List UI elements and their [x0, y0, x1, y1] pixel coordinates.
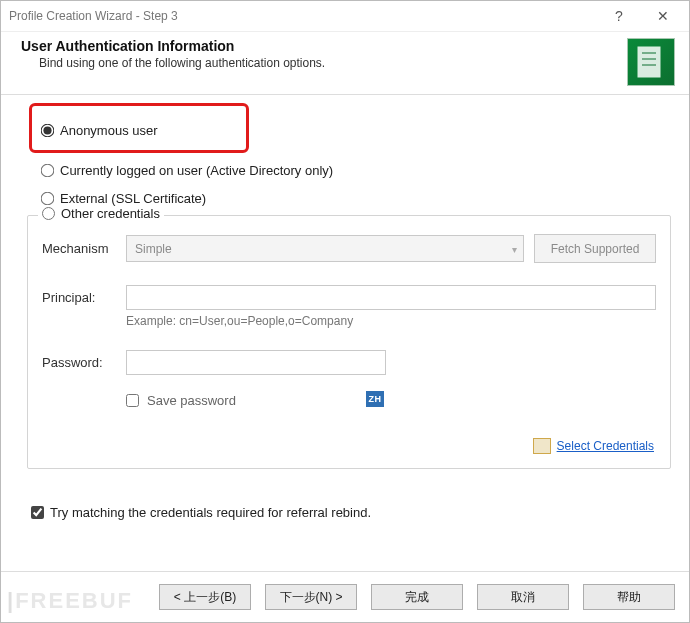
- back-button[interactable]: < 上一步(B): [159, 584, 251, 610]
- mechanism-label: Mechanism: [42, 241, 126, 256]
- principal-input[interactable]: [126, 285, 656, 310]
- radio-current-user-label: Currently logged on user (Active Directo…: [60, 163, 333, 178]
- finish-button[interactable]: 完成: [371, 584, 463, 610]
- principal-label: Principal:: [42, 290, 126, 305]
- save-password-label: Save password: [147, 393, 236, 408]
- help-footer-button[interactable]: 帮助: [583, 584, 675, 610]
- radio-anonymous-input[interactable]: [41, 123, 55, 137]
- principal-hint: Example: cn=User,ou=People,o=Company: [126, 314, 656, 328]
- cancel-button[interactable]: 取消: [477, 584, 569, 610]
- titlebar: Profile Creation Wizard - Step 3 ? ✕: [1, 1, 689, 32]
- radio-other-credentials[interactable]: Other credentials: [38, 206, 164, 221]
- password-input[interactable]: [126, 350, 386, 375]
- radio-other-credentials-input[interactable]: [42, 207, 55, 220]
- radio-current-user[interactable]: Currently logged on user (Active Directo…: [41, 157, 671, 183]
- radio-current-user-input[interactable]: [41, 163, 55, 177]
- mechanism-value: Simple: [135, 242, 172, 256]
- close-button[interactable]: ✕: [641, 2, 685, 30]
- radio-anonymous[interactable]: Anonymous user: [41, 117, 671, 143]
- header: User Authentication Information Bind usi…: [1, 32, 689, 94]
- save-password-checkbox[interactable]: [126, 394, 139, 407]
- window-title: Profile Creation Wizard - Step 3: [9, 9, 597, 23]
- page-title: User Authentication Information: [21, 38, 627, 54]
- referral-rebind-checkbox[interactable]: [31, 506, 44, 519]
- radio-other-credentials-label: Other credentials: [61, 206, 160, 221]
- fetch-supported-button[interactable]: Fetch Supported: [534, 234, 656, 263]
- chevron-down-icon: ▾: [512, 243, 517, 254]
- ime-indicator: ZH: [366, 391, 384, 407]
- wizard-window: Profile Creation Wizard - Step 3 ? ✕ Use…: [0, 0, 690, 623]
- footer: < 上一步(B) 下一步(N) > 完成 取消 帮助: [1, 571, 689, 622]
- radio-external-ssl-label: External (SSL Certificate): [60, 191, 206, 206]
- help-button[interactable]: ?: [597, 2, 641, 30]
- wizard-icon: [627, 38, 675, 86]
- page-subtitle: Bind using one of the following authenti…: [39, 56, 627, 70]
- referral-rebind-checkbox-row[interactable]: Try matching the credentials required fo…: [31, 505, 671, 520]
- close-icon: ✕: [657, 8, 669, 24]
- body: Anonymous user Currently logged on user …: [1, 94, 689, 571]
- password-label: Password:: [42, 355, 126, 370]
- help-icon: ?: [615, 8, 623, 24]
- radio-anonymous-label: Anonymous user: [60, 123, 158, 138]
- select-credentials-link[interactable]: Select Credentials: [557, 439, 654, 453]
- other-credentials-group: Other credentials Mechanism Simple ▾ Fet…: [27, 215, 671, 469]
- radio-external-ssl-input[interactable]: [41, 191, 55, 205]
- credentials-icon: [533, 438, 551, 454]
- next-button[interactable]: 下一步(N) >: [265, 584, 357, 610]
- mechanism-combo[interactable]: Simple ▾: [126, 235, 524, 262]
- referral-rebind-label: Try matching the credentials required fo…: [50, 505, 371, 520]
- svg-rect-0: [638, 47, 660, 77]
